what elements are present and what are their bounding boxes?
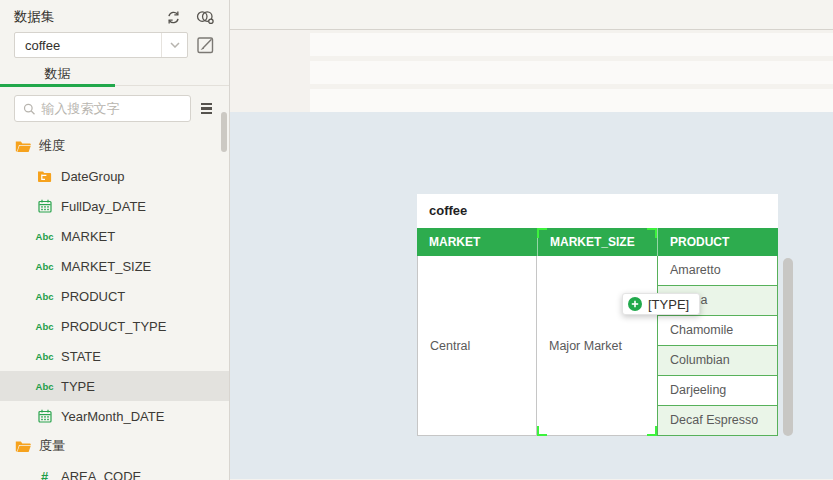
dataset-panel: 数据集 bbox=[0, 0, 230, 480]
panel-tabs: 数据 bbox=[0, 65, 229, 86]
field-item-market-size[interactable]: Abc MARKET_SIZE bbox=[0, 251, 229, 281]
product-column: Amaretto Mocha Chamomile Columbian Darje… bbox=[657, 256, 778, 436]
table-body: Central Major Market Amaretto Mocha Cham… bbox=[417, 256, 778, 436]
field-label: FullDay_DATE bbox=[61, 199, 146, 214]
field-label: DateGroup bbox=[61, 169, 125, 184]
abc-icon: Abc bbox=[36, 381, 54, 392]
folder-open-icon bbox=[14, 140, 31, 153]
cell-product[interactable]: Darjeeling bbox=[657, 376, 778, 406]
field-item-type-selected[interactable]: Abc TYPE bbox=[0, 371, 229, 401]
calendar-icon bbox=[36, 409, 53, 423]
field-item-area-code[interactable]: # AREA_CODE bbox=[0, 461, 229, 480]
field-label: MARKET bbox=[61, 229, 115, 244]
column-header-product[interactable]: PRODUCT bbox=[657, 228, 778, 256]
cell-product[interactable]: Decaf Espresso bbox=[657, 406, 778, 436]
shelf-row-2[interactable] bbox=[310, 61, 833, 84]
field-list-menu-icon[interactable] bbox=[195, 103, 217, 115]
refresh-icon[interactable] bbox=[165, 9, 182, 26]
field-tree: 维度 DateGroup bbox=[0, 131, 229, 480]
cell-product[interactable]: Columbian bbox=[657, 346, 778, 376]
drop-indicator-corner-top-right bbox=[647, 228, 657, 238]
column-header-market-size[interactable]: MARKET_SIZE bbox=[537, 228, 657, 256]
chevron-down-icon[interactable] bbox=[161, 33, 187, 57]
dataset-select-value: coffee bbox=[15, 38, 161, 53]
search-box bbox=[14, 95, 191, 122]
table-title: coffee bbox=[417, 194, 778, 228]
shelf-area bbox=[230, 30, 833, 112]
edit-dataset-icon[interactable] bbox=[195, 34, 217, 56]
field-item-product-type[interactable]: Abc PRODUCT_TYPE bbox=[0, 311, 229, 341]
field-item-market[interactable]: Abc MARKET bbox=[0, 221, 229, 251]
cell-product[interactable]: Chamomile bbox=[657, 316, 778, 346]
drop-indicator-corner-bottom-right bbox=[647, 426, 657, 436]
app-root: 数据集 bbox=[0, 0, 833, 480]
shelf-row-3[interactable] bbox=[310, 89, 833, 112]
dataset-panel-header: 数据集 bbox=[0, 0, 229, 28]
abc-icon: Abc bbox=[36, 231, 54, 242]
active-tab-underline bbox=[0, 84, 115, 87]
dataset-select[interactable]: coffee bbox=[14, 32, 188, 58]
abc-icon: Abc bbox=[36, 261, 54, 272]
field-label: YearMonth_DATE bbox=[61, 409, 164, 424]
field-item-state[interactable]: Abc STATE bbox=[0, 341, 229, 371]
cell-market[interactable]: Central bbox=[417, 256, 537, 436]
field-label: PRODUCT bbox=[61, 289, 125, 304]
panel-header-icons bbox=[165, 9, 215, 26]
abc-icon: Abc bbox=[36, 321, 54, 332]
abc-icon: Abc bbox=[36, 351, 54, 362]
drop-indicator-corner-bottom-left bbox=[537, 426, 547, 436]
cell-product[interactable]: Amaretto bbox=[657, 256, 778, 286]
blend-datasets-icon[interactable] bbox=[195, 9, 215, 25]
table-card: coffee MARKET MARKET_SIZE PRODUCT Centra… bbox=[417, 194, 778, 436]
field-item-fullday-date[interactable]: FullDay_DATE bbox=[0, 191, 229, 221]
field-item-dategroup[interactable]: DateGroup bbox=[0, 161, 229, 191]
table-vertical-scrollbar[interactable] bbox=[783, 258, 793, 436]
field-item-yearmonth-date[interactable]: YearMonth_DATE bbox=[0, 401, 229, 431]
search-input[interactable] bbox=[41, 101, 182, 116]
folder-label: 维度 bbox=[39, 137, 65, 155]
cell-market-size[interactable]: Major Market bbox=[537, 256, 657, 436]
tree-folder-measures[interactable]: 度量 bbox=[0, 431, 229, 461]
field-label: PRODUCT_TYPE bbox=[61, 319, 166, 334]
canvas: coffee MARKET MARKET_SIZE PRODUCT Centra… bbox=[230, 112, 833, 479]
tab-data[interactable]: 数据 bbox=[0, 65, 115, 86]
calendar-icon bbox=[36, 199, 53, 213]
tab-data-label: 数据 bbox=[45, 66, 71, 81]
number-icon: # bbox=[41, 469, 48, 480]
sidebar-scrollbar[interactable] bbox=[221, 112, 227, 152]
field-item-product[interactable]: Abc PRODUCT bbox=[0, 281, 229, 311]
drag-field-label: [TYPE] bbox=[648, 297, 689, 312]
search-icon bbox=[23, 102, 35, 116]
date-group-icon bbox=[36, 170, 53, 183]
shelf-row-1[interactable] bbox=[310, 33, 833, 56]
field-label: TYPE bbox=[61, 379, 95, 394]
panel-title: 数据集 bbox=[14, 8, 55, 26]
toolbar-strip bbox=[230, 0, 833, 30]
field-label: STATE bbox=[61, 349, 101, 364]
field-label: AREA_CODE bbox=[61, 469, 141, 480]
folder-label: 度量 bbox=[39, 437, 65, 455]
drag-field-tooltip: [TYPE] bbox=[622, 293, 700, 315]
main-area: coffee MARKET MARKET_SIZE PRODUCT Centra… bbox=[230, 0, 833, 480]
column-header-market[interactable]: MARKET bbox=[417, 228, 537, 256]
abc-icon: Abc bbox=[36, 291, 54, 302]
plus-circle-icon bbox=[628, 297, 642, 311]
drop-indicator-corner-top-left bbox=[537, 228, 547, 238]
folder-open-icon bbox=[14, 440, 31, 453]
tree-folder-dimensions[interactable]: 维度 bbox=[0, 131, 229, 161]
dataset-select-row: coffee bbox=[14, 32, 217, 58]
field-label: MARKET_SIZE bbox=[61, 259, 151, 274]
search-row bbox=[14, 95, 217, 122]
table-header-row: MARKET MARKET_SIZE PRODUCT bbox=[417, 228, 778, 256]
